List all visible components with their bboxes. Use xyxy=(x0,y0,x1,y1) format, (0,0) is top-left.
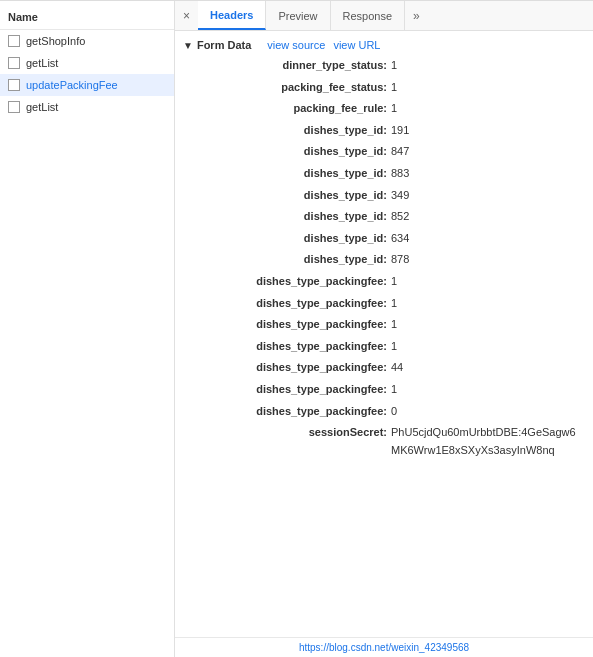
sidebar-item-label: getList xyxy=(26,57,58,69)
sidebar-item-checkbox[interactable] xyxy=(8,79,20,91)
form-data-row: dishes_type_packingfee: 1 xyxy=(175,314,593,336)
form-data-row: dishes_type_packingfee: 1 xyxy=(175,336,593,358)
sidebar-item-checkbox[interactable] xyxy=(8,57,20,69)
field-value: 878 xyxy=(391,251,409,269)
form-data-row: dinner_type_status: 1 xyxy=(175,55,593,77)
main-container: Name getShopInfo getList updatePackingFe… xyxy=(0,0,593,657)
watermark-url: https://blog.csdn.net/weixin_42349568 xyxy=(299,642,469,653)
field-value: 1 xyxy=(391,338,397,356)
field-name: dishes_type_id: xyxy=(191,230,391,248)
field-value: 191 xyxy=(391,122,409,140)
form-data-row: dishes_type_packingfee: 1 xyxy=(175,271,593,293)
field-value: 1 xyxy=(391,273,397,291)
sidebar-item-checkbox[interactable] xyxy=(8,101,20,113)
field-value: 44 xyxy=(391,359,403,377)
field-value: 0 xyxy=(391,403,397,421)
form-data-row: dishes_type_packingfee: 1 xyxy=(175,293,593,315)
form-data-toggle[interactable]: ▼ Form Data xyxy=(183,39,251,51)
form-data-header: ▼ Form Data view source view URL xyxy=(175,35,593,55)
field-value: 847 xyxy=(391,143,409,161)
field-name: dishes_type_packingfee: xyxy=(191,316,391,334)
field-value: 1 xyxy=(391,57,397,75)
field-name: dishes_type_id: xyxy=(191,122,391,140)
sidebar-item[interactable]: updatePackingFee xyxy=(0,74,174,96)
field-name: packing_fee_status: xyxy=(191,79,391,97)
field-value: 634 xyxy=(391,230,409,248)
field-name: packing_fee_rule: xyxy=(191,100,391,118)
form-data-row: dishes_type_packingfee: 0 xyxy=(175,401,593,423)
field-value: 1 xyxy=(391,316,397,334)
form-data-row: sessionSecret: PhU5cjdQu60mUrbbtDBE:4GeS… xyxy=(175,422,593,461)
form-data-row: dishes_type_id: 634 xyxy=(175,228,593,250)
field-value: 1 xyxy=(391,100,397,118)
sidebar: Name getShopInfo getList updatePackingFe… xyxy=(0,1,175,657)
sidebar-item-label: updatePackingFee xyxy=(26,79,118,91)
view-source-button[interactable]: view source xyxy=(267,39,325,51)
field-name: dishes_type_packingfee: xyxy=(191,338,391,356)
sidebar-item[interactable]: getList xyxy=(0,96,174,118)
content-area: ▼ Form Data view source view URL dinner_… xyxy=(175,31,593,637)
tab-more-button[interactable]: » xyxy=(405,1,428,30)
sidebar-item[interactable]: getShopInfo xyxy=(0,30,174,52)
form-data-row: packing_fee_rule: 1 xyxy=(175,98,593,120)
field-name: dishes_type_id: xyxy=(191,187,391,205)
form-data-row: packing_fee_status: 1 xyxy=(175,77,593,99)
form-data-label: Form Data xyxy=(197,39,251,51)
sidebar-item-label: getShopInfo xyxy=(26,35,85,47)
form-data-row: dishes_type_id: 349 xyxy=(175,185,593,207)
form-data-row: dishes_type_id: 191 xyxy=(175,120,593,142)
field-name: dishes_type_id: xyxy=(191,208,391,226)
field-name: dishes_type_id: xyxy=(191,165,391,183)
sidebar-item-label: getList xyxy=(26,101,58,113)
field-value: 1 xyxy=(391,381,397,399)
field-value: 852 xyxy=(391,208,409,226)
tab-item-preview[interactable]: Preview xyxy=(266,1,330,30)
field-name: dishes_type_packingfee: xyxy=(191,273,391,291)
field-name: dishes_type_id: xyxy=(191,143,391,161)
field-value: 1 xyxy=(391,295,397,313)
tab-item-response[interactable]: Response xyxy=(331,1,406,30)
field-name: dishes_type_packingfee: xyxy=(191,295,391,313)
sidebar-item-checkbox[interactable] xyxy=(8,35,20,47)
form-data-row: dishes_type_id: 878 xyxy=(175,249,593,271)
right-panel: × HeadersPreviewResponse » ▼ Form Data v… xyxy=(175,1,593,657)
view-url-button[interactable]: view URL xyxy=(333,39,380,51)
field-name: dinner_type_status: xyxy=(191,57,391,75)
watermark: https://blog.csdn.net/weixin_42349568 xyxy=(175,637,593,657)
field-value: 883 xyxy=(391,165,409,183)
toggle-arrow-icon: ▼ xyxy=(183,40,193,51)
field-name: sessionSecret: xyxy=(191,424,391,459)
field-value: 349 xyxy=(391,187,409,205)
form-data-row: dishes_type_packingfee: 44 xyxy=(175,357,593,379)
tabs-bar: × HeadersPreviewResponse » xyxy=(175,1,593,31)
sidebar-header: Name xyxy=(0,5,174,30)
tab-item-headers[interactable]: Headers xyxy=(198,1,266,30)
tab-close-button[interactable]: × xyxy=(175,1,198,30)
form-data-row: dishes_type_id: 883 xyxy=(175,163,593,185)
form-data-row: dishes_type_packingfee: 1 xyxy=(175,379,593,401)
field-name: dishes_type_id: xyxy=(191,251,391,269)
field-value: 1 xyxy=(391,79,397,97)
form-data-row: dishes_type_id: 852 xyxy=(175,206,593,228)
field-name: dishes_type_packingfee: xyxy=(191,403,391,421)
sidebar-item[interactable]: getList xyxy=(0,52,174,74)
form-data-row: dishes_type_id: 847 xyxy=(175,141,593,163)
field-name: dishes_type_packingfee: xyxy=(191,359,391,377)
field-name: dishes_type_packingfee: xyxy=(191,381,391,399)
field-value: PhU5cjdQu60mUrbbtDBE:4GeSagw6MK6Wrw1E8xS… xyxy=(391,424,577,459)
